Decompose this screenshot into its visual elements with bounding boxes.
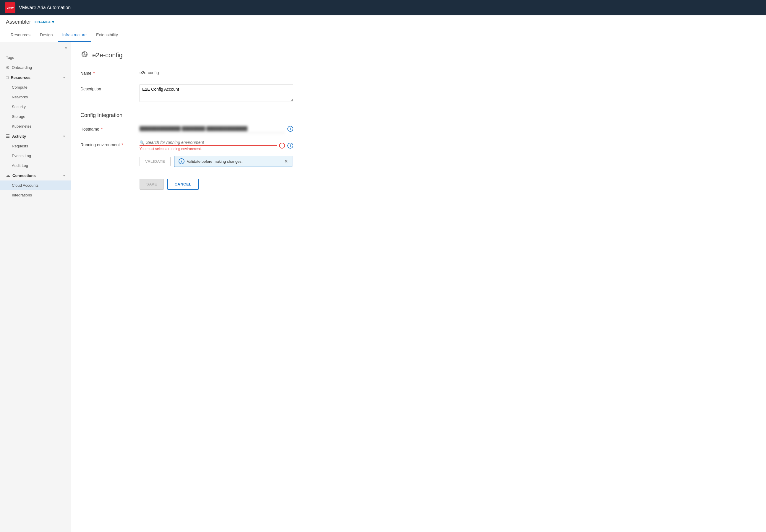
hostname-value: ██████████████ ████████ ██████████████: [139, 124, 285, 133]
save-button[interactable]: SAVE: [139, 179, 164, 190]
tab-resources[interactable]: Resources: [6, 29, 35, 42]
tab-extensibility[interactable]: Extensibility: [91, 29, 123, 42]
description-label: Description: [80, 84, 139, 91]
form-group-hostname: Hostname * ██████████████ ████████ █████…: [80, 124, 757, 133]
page-header-icon: [80, 50, 89, 60]
assembler-bar: Assembler CHANGE ▾: [0, 15, 766, 29]
hostname-input-wrapper: ██████████████ ████████ ██████████████ i: [139, 124, 293, 133]
vmw-logo: vmw: [5, 2, 15, 13]
name-label: Name *: [80, 69, 139, 76]
description-control: E2E Config Account: [139, 84, 293, 103]
content-area: e2e-config Name * Description E2E Config…: [71, 42, 766, 532]
sidebar-item-storage[interactable]: Storage: [0, 112, 71, 121]
validate-info-text: Validate before making changes.: [187, 159, 243, 164]
sidebar-item-requests[interactable]: Requests: [0, 141, 71, 151]
validate-button[interactable]: VALIDATE: [139, 157, 170, 166]
sidebar-item-tags[interactable]: Tags: [0, 53, 71, 62]
hostname-label: Hostname *: [80, 124, 139, 131]
sidebar-collapse-button[interactable]: «: [0, 42, 71, 53]
running-env-required-star: *: [121, 142, 123, 147]
top-header: vmw VMware Aria Automation: [0, 0, 766, 15]
description-textarea[interactable]: E2E Config Account: [139, 84, 293, 102]
running-env-label: Running environment *: [80, 140, 139, 147]
running-env-info-icon[interactable]: i: [287, 143, 293, 149]
running-env-error-icon: !: [279, 143, 285, 149]
assembler-name: Assembler: [6, 19, 31, 25]
sidebar: « Tags ⊙ Onboarding □ Resources ▾ Comput…: [0, 42, 71, 532]
sidebar-item-security[interactable]: Security: [0, 102, 71, 112]
running-env-search-input[interactable]: [146, 140, 277, 145]
tab-infrastructure[interactable]: Infrastructure: [58, 29, 91, 42]
sidebar-item-events-log[interactable]: Events Log: [0, 151, 71, 161]
cancel-button[interactable]: CANCEL: [167, 179, 199, 190]
main-layout: « Tags ⊙ Onboarding □ Resources ▾ Comput…: [0, 42, 766, 532]
sidebar-item-networks[interactable]: Networks: [0, 92, 71, 102]
form-group-name: Name *: [80, 69, 757, 77]
name-input[interactable]: [139, 69, 293, 77]
connections-expand-icon: ▾: [63, 174, 65, 177]
page-header: e2e-config: [80, 50, 757, 60]
validate-info-close-button[interactable]: ✕: [284, 159, 288, 164]
running-env-search-wrapper: 🔍: [139, 140, 277, 146]
hostname-control: ██████████████ ████████ ██████████████ i: [139, 124, 293, 133]
app-title: VMware Aria Automation: [19, 5, 71, 10]
hostname-info-icon[interactable]: i: [287, 126, 293, 132]
resources-icon: □: [6, 75, 8, 80]
activity-expand-icon: ▾: [63, 135, 65, 138]
validate-info-icon: i: [178, 158, 184, 164]
sidebar-item-audit-log[interactable]: Audit Log: [0, 161, 71, 170]
sidebar-item-compute[interactable]: Compute: [0, 82, 71, 92]
nav-tabs: Resources Design Infrastructure Extensib…: [0, 29, 766, 42]
name-control: [139, 69, 293, 77]
config-integration-title: Config Integration: [80, 112, 757, 118]
activity-icon: ☰: [6, 134, 10, 139]
sidebar-item-resources[interactable]: □ Resources ▾: [0, 72, 71, 82]
resources-expand-icon: ▾: [63, 76, 65, 79]
sidebar-item-cloud-accounts[interactable]: Cloud Accounts: [0, 180, 71, 190]
sidebar-item-kubernetes[interactable]: Kubernetes: [0, 121, 71, 131]
sidebar-item-activity[interactable]: ☰ Activity ▾: [0, 131, 71, 141]
onboarding-icon: ⊙: [6, 65, 9, 70]
running-env-error: You must select a running environment.: [139, 147, 277, 151]
connections-icon: ☁: [6, 173, 10, 178]
hostname-required-star: *: [101, 127, 102, 131]
name-required-star: *: [93, 71, 95, 76]
change-button[interactable]: CHANGE ▾: [35, 20, 54, 24]
search-icon: 🔍: [139, 140, 144, 145]
page-title: e2e-config: [92, 51, 123, 59]
validate-section: VALIDATE i Validate before making change…: [139, 156, 293, 167]
sidebar-item-onboarding[interactable]: ⊙ Onboarding: [0, 62, 71, 72]
running-env-control: 🔍 You must select a running environment.…: [139, 140, 293, 167]
form-group-running-env: Running environment * 🔍 You must select …: [80, 140, 757, 167]
form-actions: SAVE CANCEL: [80, 179, 757, 190]
sidebar-item-connections[interactable]: ☁ Connections ▾: [0, 170, 71, 180]
form-group-description: Description E2E Config Account: [80, 84, 757, 103]
validate-info-box: i Validate before making changes. ✕: [174, 156, 292, 167]
sidebar-item-integrations[interactable]: Integrations: [0, 190, 71, 200]
tab-design[interactable]: Design: [35, 29, 58, 42]
